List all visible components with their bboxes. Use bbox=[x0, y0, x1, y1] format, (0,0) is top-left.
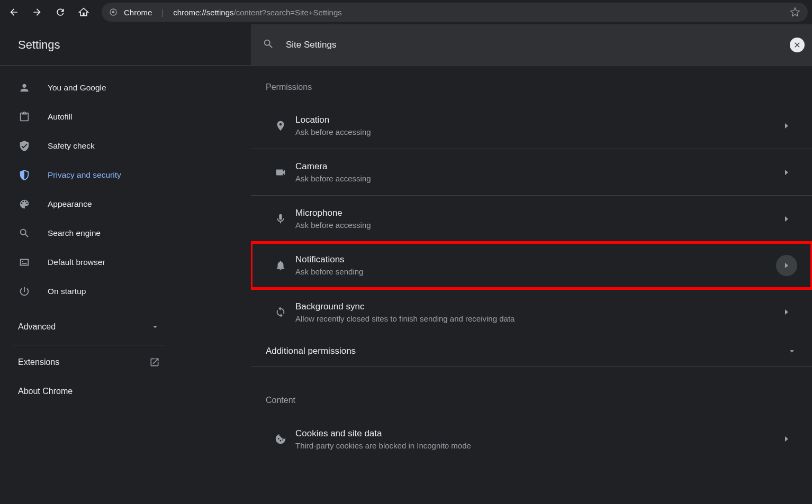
permission-text: Background sync Allow recently closed si… bbox=[295, 301, 776, 323]
arrow-right-icon bbox=[32, 7, 42, 17]
star-icon bbox=[790, 7, 800, 17]
address-bar[interactable]: Chrome | chrome://settings/content?searc… bbox=[102, 3, 808, 22]
bookmark-button[interactable] bbox=[790, 7, 800, 17]
chevron-right-icon bbox=[776, 115, 797, 136]
permissions-section-label: Permissions bbox=[251, 75, 812, 99]
sidebar-item-label: Search engine bbox=[48, 228, 101, 238]
left-panel: Settings You and Google Autofill Safety … bbox=[0, 24, 251, 504]
browser-icon bbox=[18, 256, 31, 269]
chevron-down-icon bbox=[150, 322, 160, 332]
chevron-down-icon bbox=[787, 346, 797, 356]
microphone-icon bbox=[266, 213, 295, 225]
sidebar-item-label: Privacy and security bbox=[48, 170, 121, 180]
permissions-scroll: Permissions Location Ask before accessin… bbox=[251, 66, 812, 504]
search-icon bbox=[18, 227, 31, 240]
reload-icon bbox=[55, 7, 66, 17]
location-icon bbox=[266, 120, 295, 132]
permission-camera[interactable]: Camera Ask before accessing bbox=[251, 149, 812, 196]
safety-check-icon bbox=[18, 140, 31, 152]
sidebar-item-on-startup[interactable]: On startup bbox=[0, 277, 178, 306]
home-button[interactable] bbox=[74, 3, 93, 22]
permission-text: Location Ask before accessing bbox=[295, 115, 776, 136]
svg-point-1 bbox=[112, 11, 115, 14]
clear-search-button[interactable] bbox=[790, 38, 805, 52]
url-text: chrome://settings/content?search=Site+Se… bbox=[173, 8, 342, 17]
permission-text: Camera Ask before accessing bbox=[295, 161, 776, 183]
sidebar-item-label: Autofill bbox=[48, 112, 73, 122]
reload-button[interactable] bbox=[51, 3, 70, 22]
browser-name: Chrome bbox=[124, 8, 152, 17]
browser-toolbar: Chrome | chrome://settings/content?searc… bbox=[0, 0, 812, 24]
chrome-icon bbox=[109, 8, 118, 16]
sidebar-item-label: Default browser bbox=[48, 258, 105, 267]
advanced-label: Advanced bbox=[18, 322, 56, 332]
sidebar-item-label: On startup bbox=[48, 287, 86, 296]
permission-microphone[interactable]: Microphone Ask before accessing bbox=[251, 196, 812, 242]
cookie-icon bbox=[266, 433, 295, 445]
search-icon bbox=[263, 38, 274, 52]
sidebar-item-you-and-google[interactable]: You and Google bbox=[0, 73, 178, 102]
sidebar-item-label: Safety check bbox=[48, 141, 95, 151]
advanced-expander[interactable]: Advanced bbox=[0, 311, 178, 343]
chevron-right-icon bbox=[776, 208, 797, 230]
permission-text: Microphone Ask before accessing bbox=[295, 208, 776, 230]
content-cookies[interactable]: Cookies and site data Third-party cookie… bbox=[251, 416, 812, 462]
sidebar-item-default-browser[interactable]: Default browser bbox=[0, 248, 178, 277]
sidebar-item-appearance[interactable]: Appearance bbox=[0, 189, 178, 218]
permission-sub: Ask before sending bbox=[295, 267, 776, 276]
content-sub: Third-party cookies are blocked in Incog… bbox=[295, 441, 776, 450]
chevron-right-icon bbox=[776, 428, 797, 450]
permission-text: Notifications Ask before sending bbox=[295, 254, 776, 276]
divider bbox=[13, 345, 165, 345]
permission-background-sync[interactable]: Background sync Allow recently closed si… bbox=[251, 289, 812, 335]
permission-title: Background sync bbox=[295, 301, 776, 312]
sidebar-item-label: Appearance bbox=[48, 199, 92, 209]
right-panel: Site Settings Permissions Location Ask b… bbox=[251, 24, 812, 504]
home-icon bbox=[78, 7, 89, 17]
sidebar-item-label: You and Google bbox=[48, 83, 106, 93]
bell-icon bbox=[266, 260, 295, 271]
permission-location[interactable]: Location Ask before accessing bbox=[251, 103, 812, 149]
shield-icon bbox=[18, 169, 31, 181]
permission-sub: Allow recently closed sites to finish se… bbox=[295, 314, 776, 323]
content-title: Cookies and site data bbox=[295, 428, 776, 439]
person-icon bbox=[18, 81, 31, 94]
content-list: Cookies and site data Third-party cookie… bbox=[251, 416, 812, 462]
open-external-icon bbox=[149, 357, 160, 368]
search-input-wrapper[interactable]: Site Settings bbox=[251, 24, 790, 65]
arrow-left-icon bbox=[8, 7, 19, 17]
back-button[interactable] bbox=[4, 3, 23, 22]
forward-button[interactable] bbox=[28, 3, 47, 22]
chevron-right-icon bbox=[776, 255, 797, 276]
additional-label: Additional permissions bbox=[266, 346, 356, 356]
content-text: Cookies and site data Third-party cookie… bbox=[295, 428, 776, 450]
permission-title: Camera bbox=[295, 161, 776, 172]
sidebar-item-about[interactable]: About Chrome bbox=[0, 377, 178, 406]
sidebar-item-search-engine[interactable]: Search engine bbox=[0, 218, 178, 248]
camera-icon bbox=[266, 167, 295, 178]
permission-notifications[interactable]: Notifications Ask before sending bbox=[251, 242, 812, 289]
permission-title: Location bbox=[295, 115, 776, 125]
chevron-right-icon bbox=[776, 162, 797, 183]
chevron-right-icon bbox=[776, 301, 797, 323]
page-title: Settings bbox=[0, 24, 251, 66]
permission-title: Microphone bbox=[295, 208, 776, 218]
sidebar-item-privacy-security[interactable]: Privacy and security bbox=[0, 160, 178, 189]
clipboard-icon bbox=[18, 111, 31, 123]
extensions-label: Extensions bbox=[18, 358, 59, 367]
content-wrapper: Settings You and Google Autofill Safety … bbox=[0, 24, 812, 504]
permission-sub: Ask before accessing bbox=[295, 127, 776, 136]
permission-sub: Ask before accessing bbox=[295, 174, 776, 183]
sidebar-item-autofill[interactable]: Autofill bbox=[0, 102, 178, 131]
sidebar-nav: You and Google Autofill Safety check Pri… bbox=[0, 66, 178, 406]
power-icon bbox=[18, 285, 31, 298]
close-icon bbox=[793, 41, 801, 49]
palette-icon bbox=[18, 198, 31, 210]
sidebar-item-extensions[interactable]: Extensions bbox=[0, 347, 178, 377]
content-section-label: Content bbox=[251, 388, 812, 413]
spacer bbox=[251, 367, 812, 388]
search-bar: Site Settings bbox=[251, 24, 812, 66]
about-label: About Chrome bbox=[18, 387, 73, 396]
sidebar-item-safety-check[interactable]: Safety check bbox=[0, 131, 178, 160]
additional-permissions-expander[interactable]: Additional permissions bbox=[251, 335, 812, 367]
